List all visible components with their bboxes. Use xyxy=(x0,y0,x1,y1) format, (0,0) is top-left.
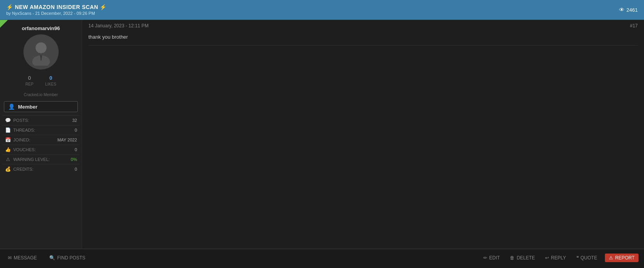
find posts-icon: 🔍 xyxy=(49,255,55,261)
banner-left: ⚡ NEW AMAZON INSIDER SCAN ⚡ by NyxScans … xyxy=(6,4,107,16)
banner-views: 👁 2461 xyxy=(619,7,638,13)
reply-label: REPLY xyxy=(551,255,566,261)
username[interactable]: orfanomarvin96 xyxy=(0,25,82,31)
footer: ✉MESSAGE🔍FIND POSTS ✏EDIT🗑DELETE↩REPLY❝Q… xyxy=(0,249,644,266)
rep-stat: 0 REP xyxy=(25,75,34,87)
user-stat-value: 0 xyxy=(75,147,77,152)
member-badge-wrap: Cracked.io Member xyxy=(0,91,82,100)
message-icon: ✉ xyxy=(8,255,12,261)
user-stat-key: VOUCHES: xyxy=(13,147,72,152)
eye-icon: 👁 xyxy=(619,7,624,13)
banner: ⚡ NEW AMAZON INSIDER SCAN ⚡ by NyxScans … xyxy=(0,0,644,20)
report-icon: ⚠ xyxy=(609,255,613,261)
find posts-label: FIND POSTS xyxy=(57,255,85,261)
report-label: REPORT xyxy=(615,255,635,261)
post-row: orfanomarvin96 0 REP xyxy=(0,20,644,249)
svg-point-0 xyxy=(36,43,47,54)
edit-label: EDIT xyxy=(489,255,500,261)
post-header: 14 January, 2023 - 12:11 PM #17 xyxy=(88,23,638,29)
footer-report-button[interactable]: ⚠REPORT xyxy=(605,254,639,262)
member-role-label: Member xyxy=(18,104,38,110)
reply-icon: ↩ xyxy=(545,255,549,261)
user-stat-row: ⚠WARNING LEVEL:0% xyxy=(2,154,79,164)
user-stat-icon: 💰 xyxy=(5,166,11,172)
edit-icon: ✏ xyxy=(483,255,487,261)
user-stat-icon: 💬 xyxy=(5,118,11,123)
post-container: orfanomarvin96 0 REP xyxy=(0,20,644,249)
avatar xyxy=(23,34,59,70)
likes-stat: 0 LIKES xyxy=(45,75,56,87)
post-number: #17 xyxy=(630,23,638,29)
user-stat-icon: 📄 xyxy=(5,127,11,133)
footer-edit-button[interactable]: ✏EDIT xyxy=(481,254,502,262)
user-stat-row: 💬POSTS:32 xyxy=(2,115,79,125)
message-label: MESSAGE xyxy=(14,255,37,261)
user-stat-row: 📅JOINED:MAY 2022 xyxy=(2,135,79,145)
user-stat-key: THREADS: xyxy=(13,128,72,132)
user-stat-row: 📄THREADS:0 xyxy=(2,125,79,135)
user-stat-value: 0 xyxy=(75,167,77,172)
user-stat-icon: 📅 xyxy=(5,137,11,143)
user-stat-value: 0 xyxy=(75,128,77,132)
user-stat-key: CREDITS: xyxy=(13,167,72,172)
post-body: thank you brother xyxy=(88,32,638,44)
quote-icon: ❝ xyxy=(576,255,579,261)
user-stat-row: 💰CREDITS:0 xyxy=(2,164,79,174)
post-divider xyxy=(88,45,638,46)
user-stat-icon: ⚠ xyxy=(5,157,11,162)
quote-label: QUOTE xyxy=(581,255,597,261)
footer-quote-button[interactable]: ❝QUOTE xyxy=(574,254,600,262)
banner-subtitle: by NyxScans - 21 December, 2022 - 09:26 … xyxy=(6,11,107,16)
footer-message-button[interactable]: ✉MESSAGE xyxy=(5,254,39,262)
likes-value: 0 xyxy=(45,75,56,81)
stats-row: 0 REP 0 LIKES xyxy=(0,73,82,88)
user-sidebar: orfanomarvin96 0 REP xyxy=(0,20,82,248)
likes-label: LIKES xyxy=(45,82,56,86)
member-badge-text: Cracked.io Member xyxy=(24,93,58,97)
user-stats: 💬POSTS:32📄THREADS:0📅JOINED:MAY 2022👍VOUC… xyxy=(0,115,82,174)
post-content-area: 14 January, 2023 - 12:11 PM #17 thank yo… xyxy=(82,20,644,248)
avatar-wrap xyxy=(0,34,82,70)
footer-right: ✏EDIT🗑DELETE↩REPLY❝QUOTE⚠REPORT xyxy=(481,254,639,262)
rep-value: 0 xyxy=(25,75,34,81)
footer-delete-button[interactable]: 🗑DELETE xyxy=(508,254,537,262)
user-stat-value: 0% xyxy=(71,157,77,162)
delete-label: DELETE xyxy=(517,255,535,261)
user-stat-value: 32 xyxy=(72,118,77,123)
user-role-icon: 👤 xyxy=(8,104,15,110)
footer-reply-button[interactable]: ↩REPLY xyxy=(543,254,568,262)
rank-indicator xyxy=(0,20,8,28)
member-role: 👤 Member xyxy=(4,101,78,112)
user-stat-key: POSTS: xyxy=(13,118,70,123)
user-stat-key: WARNING LEVEL: xyxy=(13,157,68,162)
post-date: 14 January, 2023 - 12:11 PM xyxy=(88,23,149,29)
rep-label: REP xyxy=(25,82,34,86)
banner-title: ⚡ NEW AMAZON INSIDER SCAN ⚡ xyxy=(6,4,107,10)
user-stat-value: MAY 2022 xyxy=(57,138,77,142)
user-stat-key: JOINED: xyxy=(13,138,55,142)
footer-left: ✉MESSAGE🔍FIND POSTS xyxy=(5,254,88,262)
footer-find-posts-button[interactable]: 🔍FIND POSTS xyxy=(47,254,88,262)
views-count: 2461 xyxy=(626,7,638,13)
user-stat-icon: 👍 xyxy=(5,147,11,152)
user-stat-row: 👍VOUCHES:0 xyxy=(2,145,79,154)
delete-icon: 🗑 xyxy=(510,255,515,261)
